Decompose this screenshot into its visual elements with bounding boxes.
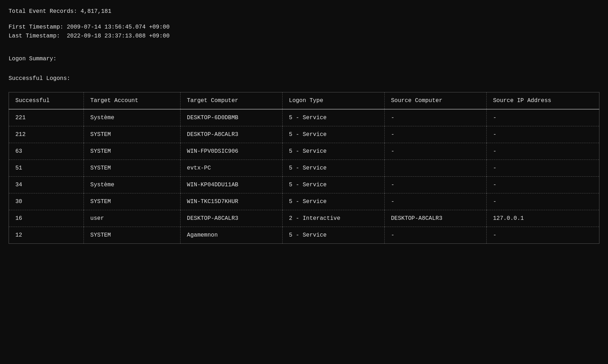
table-header-cell: Logon Type <box>282 92 384 109</box>
table-cell: DESKTOP-A8CALR3 <box>384 210 486 227</box>
table-cell: - <box>486 227 599 243</box>
table-cell: - <box>486 160 599 176</box>
table-cell: Système <box>84 109 181 126</box>
table-row: 63SYSTEMWIN-FPV0DSIC9065 - Service-- <box>9 143 599 160</box>
table-cell: Agamemnon <box>180 227 282 243</box>
table-cell: user <box>84 210 181 227</box>
table-cell: - <box>486 193 599 210</box>
table-cell: 16 <box>9 210 84 227</box>
table-cell: Système <box>84 176 181 193</box>
table-header-cell: Source Computer <box>384 92 486 109</box>
table-cell: 212 <box>9 126 84 143</box>
table-cell: SYSTEM <box>84 143 181 160</box>
table-row: 51SYSTEMevtx-PC5 - Service- <box>9 160 599 176</box>
table-cell: - <box>486 109 599 126</box>
table-body: 221SystèmeDESKTOP-6D0DBMB5 - Service--21… <box>9 109 599 244</box>
table-cell: 5 - Service <box>282 126 384 143</box>
table-cell: - <box>384 109 486 126</box>
table-cell: 5 - Service <box>282 176 384 193</box>
table-cell: WIN-KP04DDU11AB <box>180 176 282 193</box>
table-cell: SYSTEM <box>84 160 181 176</box>
table-cell: 221 <box>9 109 84 126</box>
table-row: 212SYSTEMDESKTOP-A8CALR35 - Service-- <box>9 126 599 143</box>
table-cell: 127.0.0.1 <box>486 210 599 227</box>
table-row: 12SYSTEMAgamemnon5 - Service-- <box>9 227 599 243</box>
table-header-row: SuccessfulTarget AccountTarget ComputerL… <box>9 92 599 109</box>
table-cell: 5 - Service <box>282 109 384 126</box>
summary-section: Total Event Records: 4,817,181 First Tim… <box>9 7 599 84</box>
table-cell: 5 - Service <box>282 193 384 210</box>
logons-table: SuccessfulTarget AccountTarget ComputerL… <box>9 92 599 244</box>
table-cell: DESKTOP-A8CALR3 <box>180 210 282 227</box>
table-cell: SYSTEM <box>84 193 181 210</box>
table-cell: 5 - Service <box>282 160 384 176</box>
table-cell: 30 <box>9 193 84 210</box>
table-cell: 63 <box>9 143 84 160</box>
table-cell: DESKTOP-6D0DBMB <box>180 109 282 126</box>
table-header-cell: Successful <box>9 92 84 109</box>
total-records: Total Event Records: 4,817,181 <box>9 7 599 16</box>
table-cell: - <box>384 126 486 143</box>
table-row: 34SystèmeWIN-KP04DDU11AB5 - Service-- <box>9 176 599 193</box>
table-cell: WIN-FPV0DSIC906 <box>180 143 282 160</box>
table-cell: evtx-PC <box>180 160 282 176</box>
table-row: 221SystèmeDESKTOP-6D0DBMB5 - Service-- <box>9 109 599 126</box>
table-cell: - <box>384 227 486 243</box>
table-row: 30SYSTEMWIN-TKC15D7KHUR5 - Service-- <box>9 193 599 210</box>
table-cell: - <box>384 193 486 210</box>
table-header-cell: Target Computer <box>180 92 282 109</box>
first-timestamp: First Timestamp: 2009-07-14 13:56:45.074… <box>9 23 599 32</box>
last-timestamp: Last Timestamp: 2022-09-18 23:37:13.088 … <box>9 32 599 41</box>
table-cell: - <box>384 143 486 160</box>
table-cell: 2 - Interactive <box>282 210 384 227</box>
table-cell: 51 <box>9 160 84 176</box>
logon-summary-label: Logon Summary: <box>9 55 599 64</box>
table-cell: - <box>384 176 486 193</box>
table-header-cell: Target Account <box>84 92 181 109</box>
table-cell: - <box>486 126 599 143</box>
table-header-cell: Source IP Address <box>486 92 599 109</box>
table-cell: SYSTEM <box>84 227 181 243</box>
table-cell: DESKTOP-A8CALR3 <box>180 126 282 143</box>
table-cell: 5 - Service <box>282 143 384 160</box>
table-cell: SYSTEM <box>84 126 181 143</box>
table-cell: 12 <box>9 227 84 243</box>
successful-logons-label: Successful Logons: <box>9 74 599 84</box>
table-cell: - <box>486 176 599 193</box>
table-cell: - <box>486 143 599 160</box>
table-row: 16userDESKTOP-A8CALR32 - InteractiveDESK… <box>9 210 599 227</box>
table-cell: WIN-TKC15D7KHUR <box>180 193 282 210</box>
table-cell: 5 - Service <box>282 227 384 243</box>
table-cell <box>384 160 486 176</box>
table-cell: 34 <box>9 176 84 193</box>
